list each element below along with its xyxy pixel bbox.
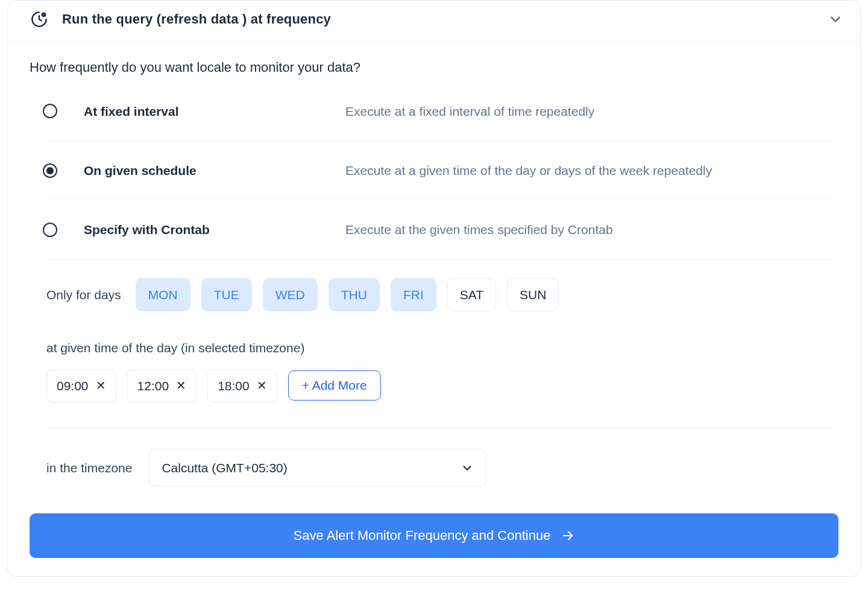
close-icon[interactable]: ✕ [176,379,186,391]
timezone-value: Calcutta (GMT+05:30) [162,459,287,477]
time-chip[interactable]: 12:00 ✕ [127,369,197,402]
day-thu[interactable]: THU [329,278,380,311]
frequency-radio-list: At fixed interval Execute at a fixed int… [43,93,838,260]
times-row: 09:00 ✕ 12:00 ✕ 18:00 ✕ + Add More [46,369,838,402]
section-header[interactable]: Run the query (refresh data ) at frequen… [8,1,860,40]
radio-icon [43,223,57,237]
chevron-down-icon[interactable] [828,11,843,27]
divider [46,428,838,428]
chevron-down-icon [461,461,474,475]
radio-icon [43,163,57,178]
day-tue[interactable]: TUE [201,278,252,311]
cta-label: Save Alert Monitor Frequency and Continu… [294,528,551,543]
radio-option-crontab[interactable]: Specify with Crontab Execute at the give… [43,200,838,259]
save-frequency-button[interactable]: Save Alert Monitor Frequency and Continu… [30,513,838,558]
frequency-question: How frequently do you want locale to mon… [30,59,838,77]
radio-icon [43,104,57,118]
radio-label: Specify with Crontab [84,221,319,238]
time-value: 18:00 [218,377,250,394]
arrow-right-icon [561,529,574,542]
radio-desc: Execute at the given times specified by … [345,221,613,238]
times-label: at given time of the day (in selected ti… [46,339,838,356]
frequency-card: Run the query (refresh data ) at frequen… [7,0,861,577]
radio-desc: Execute at a given time of the day or da… [345,162,712,179]
timezone-label: in the timezone [46,459,132,477]
timezone-row: in the timezone Calcutta (GMT+05:30) [46,449,838,487]
timezone-select[interactable]: Calcutta (GMT+05:30) [149,449,486,487]
day-fri[interactable]: FRI [391,278,436,311]
time-value: 12:00 [137,377,169,394]
close-icon[interactable]: ✕ [257,379,267,391]
section-title: Run the query (refresh data ) at frequen… [62,10,331,29]
schedule-details: Only for days MON TUE WED THU FRI SAT SU… [46,278,838,487]
time-value: 09:00 [57,377,89,394]
radio-option-fixed[interactable]: At fixed interval Execute at a fixed int… [43,93,838,141]
close-icon[interactable]: ✕ [96,379,106,391]
section-body: How frequently do you want locale to mon… [8,40,860,577]
day-sat[interactable]: SAT [447,278,496,311]
day-sun[interactable]: SUN [507,278,559,311]
add-time-button[interactable]: + Add More [288,370,381,401]
time-chip[interactable]: 09:00 ✕ [46,369,116,402]
day-wed[interactable]: WED [263,278,318,311]
radio-label: At fixed interval [84,103,319,120]
radio-label: On given schedule [84,162,319,179]
days-label: Only for days [46,286,121,303]
time-chip[interactable]: 18:00 ✕ [207,369,277,402]
days-row: Only for days MON TUE WED THU FRI SAT SU… [46,278,838,311]
clock-gear-icon [31,11,48,28]
radio-option-schedule[interactable]: On given schedule Execute at a given tim… [43,141,838,200]
radio-desc: Execute at a fixed interval of time repe… [345,103,594,120]
day-mon[interactable]: MON [136,278,190,311]
